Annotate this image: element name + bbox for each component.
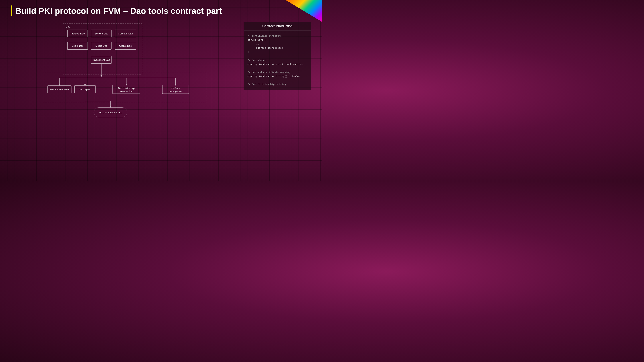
contract-intro-title: Contract introduction <box>244 22 311 31</box>
pki-auth-label: PKI authentication <box>50 88 69 91</box>
code-line-10: // Dao relationship setting <box>248 83 286 86</box>
service-dao-label: Service Dao <box>95 32 108 35</box>
diagram-svg: Dao Protocol Dao Service Dao Collector D… <box>11 22 236 124</box>
svg-marker-22 <box>174 84 177 86</box>
protocol-dao-label: Protocol Dao <box>71 32 85 35</box>
diagram-area: Dao Protocol Dao Service Dao Collector D… <box>11 22 236 125</box>
code-line-7: mapping (address => uint) _daoDeposits; <box>248 63 303 66</box>
media-dao-label: Media Dao <box>96 45 107 47</box>
dao-label: Dao <box>66 25 70 28</box>
svg-marker-9 <box>100 75 102 77</box>
cert-management-label2: management <box>169 90 182 93</box>
collector-dao-label: Collector Dao <box>118 32 133 35</box>
grants-dao-label: Grants Dao <box>119 45 132 47</box>
page-title-container: Build PKI protocol on FVM – Dao tools co… <box>11 6 311 17</box>
code-line-4: address daoAddress; <box>248 47 283 49</box>
svg-rect-0 <box>63 24 142 75</box>
svg-marker-27 <box>110 106 112 108</box>
cert-management-label1: certificate <box>170 87 180 89</box>
code-line-2: struct Cert { <box>248 39 266 41</box>
contract-intro-panel: Contract introduction // certificate str… <box>244 22 311 90</box>
contract-intro-code: // certificate structure struct Cert { …… <box>244 31 311 90</box>
svg-marker-19 <box>125 84 128 86</box>
code-line-9: mapping (address => string[]) _daoCn; <box>248 75 300 78</box>
dao-relationship-label1: Dao relationship <box>118 87 135 89</box>
svg-marker-13 <box>58 84 60 86</box>
code-line-8: // dao and certificate mapping <box>248 71 290 74</box>
code-line-6: // Dao pledge <box>248 59 266 62</box>
investment-dao-label: Investment Dao <box>93 59 110 61</box>
dao-relationship-label2: construction <box>120 90 132 93</box>
code-line-3: …… <box>248 43 259 45</box>
code-line-5: } <box>248 51 249 53</box>
title-accent-bar <box>11 6 12 17</box>
main-layout: Dao Protocol Dao Service Dao Collector D… <box>11 22 311 125</box>
fvm-label: FVM Smart Contract <box>100 111 122 114</box>
dao-deposit-label: Dao deposit <box>79 88 91 91</box>
code-line-1: // certificate structure <box>248 35 282 37</box>
page-title: Build PKI protocol on FVM – Dao tools co… <box>15 6 222 16</box>
svg-marker-16 <box>84 84 86 86</box>
social-dao-label: Social Dao <box>72 45 84 47</box>
